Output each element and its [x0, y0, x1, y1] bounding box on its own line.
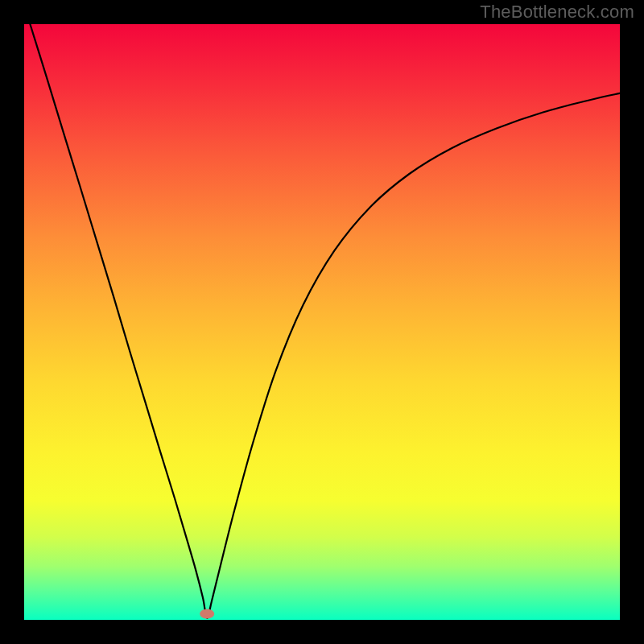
optimal-point-marker [200, 609, 214, 619]
watermark-text: TheBottleneck.com [480, 2, 634, 23]
bottleneck-chart [0, 0, 644, 644]
chart-frame: TheBottleneck.com [0, 0, 644, 644]
plot-background [24, 24, 620, 620]
